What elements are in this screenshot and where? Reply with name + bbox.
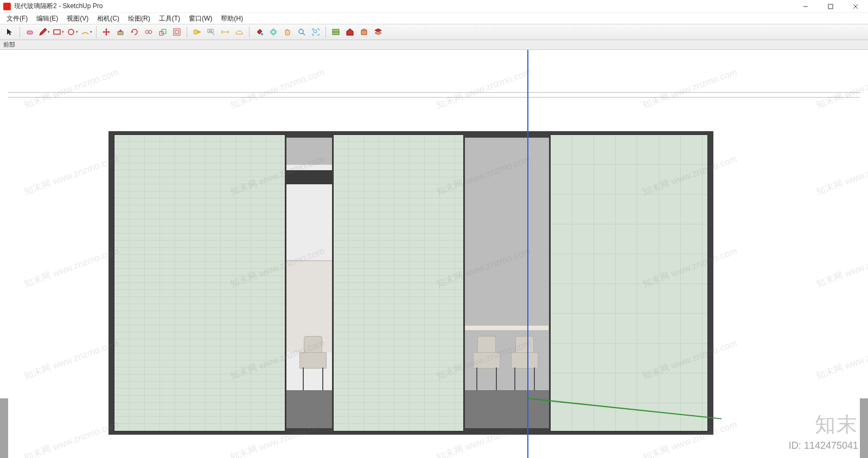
svg-marker-10	[119, 29, 122, 31]
extension-tool[interactable]	[358, 25, 371, 38]
arc-icon	[81, 28, 90, 36]
paint-bucket-tool[interactable]	[253, 25, 266, 38]
svg-rect-16	[174, 29, 180, 35]
pencil-icon	[39, 28, 47, 36]
close-button[interactable]	[843, 0, 868, 13]
eraser-tool[interactable]	[23, 25, 36, 38]
select-tool[interactable]	[3, 25, 16, 38]
protractor-tool[interactable]	[233, 25, 246, 38]
zoom-icon	[297, 28, 306, 36]
tape-tool[interactable]	[190, 25, 203, 38]
svg-marker-39	[375, 31, 381, 35]
svg-rect-7	[54, 30, 60, 34]
svg-rect-36	[361, 30, 367, 35]
follow-me-icon	[144, 28, 153, 36]
menu-edit[interactable]: 编辑(E)	[33, 13, 61, 24]
document-name: 现代玻璃隔断2	[14, 2, 57, 10]
svg-point-8	[68, 29, 74, 35]
arc-tool[interactable]: ▾	[80, 25, 93, 38]
zoom-extents-tool[interactable]	[309, 25, 322, 38]
axis-blue	[527, 50, 528, 458]
scene-tabs: 前部	[0, 40, 868, 50]
maximize-icon	[828, 4, 833, 9]
rotate-icon	[130, 28, 139, 36]
menu-draw[interactable]: 绘图(R)	[125, 13, 154, 24]
glass-panel-right	[549, 133, 709, 433]
maximize-button[interactable]	[818, 0, 843, 13]
svg-point-28	[270, 30, 277, 34]
menu-view[interactable]: 视图(V)	[63, 13, 92, 24]
interior-chair	[473, 336, 500, 390]
orbit-tool[interactable]	[267, 25, 280, 38]
rotate-tool[interactable]	[128, 25, 141, 38]
window-controls	[793, 0, 868, 13]
zoom-extents-icon	[311, 28, 320, 36]
scale-tool[interactable]	[156, 25, 169, 38]
layers-icon	[374, 28, 382, 36]
offset-tool[interactable]	[170, 25, 183, 38]
move-tool[interactable]	[100, 25, 113, 38]
scene-tab-front[interactable]: 前部	[3, 41, 15, 49]
svg-rect-17	[175, 30, 178, 34]
line-tool[interactable]: ▾	[37, 25, 50, 38]
svg-rect-9	[118, 31, 123, 35]
circle-tool[interactable]: ▾	[66, 25, 79, 38]
section-tool[interactable]	[329, 25, 342, 38]
svg-rect-1	[828, 4, 833, 9]
app-name: SketchUp Pro	[62, 2, 103, 10]
paint-bucket-icon	[255, 28, 264, 36]
dimension-icon	[221, 28, 229, 36]
svg-marker-4	[7, 29, 12, 35]
toolbar-separator	[20, 26, 20, 38]
menu-help[interactable]: 帮助(H)	[218, 13, 246, 24]
protractor-icon	[235, 28, 244, 36]
svg-marker-6	[40, 28, 47, 35]
toolbar-separator	[326, 26, 326, 38]
push-pull-tool[interactable]	[114, 25, 127, 38]
svg-point-12	[145, 30, 149, 34]
section-icon	[331, 28, 340, 36]
toolbar-separator	[249, 26, 250, 38]
interior-chair	[511, 336, 538, 390]
id-watermark: ID: 1142475041	[789, 440, 858, 451]
viewport[interactable]: 知末网 www.znzmo.com 知末网 www.znzmo.com 知末网 …	[0, 50, 868, 458]
interior-table	[457, 325, 549, 331]
dimension-tool[interactable]	[219, 25, 232, 38]
menu-tools[interactable]: 工具(T)	[156, 13, 183, 24]
offset-icon	[173, 28, 181, 36]
close-icon	[853, 4, 858, 9]
scale-icon	[158, 28, 167, 36]
door-opening	[108, 131, 713, 435]
menu-window[interactable]: 窗口(W)	[186, 13, 215, 24]
push-pull-icon	[116, 28, 125, 36]
warehouse-icon	[346, 28, 354, 36]
svg-line-31	[303, 33, 305, 35]
menu-camera[interactable]: 相机(C)	[94, 13, 123, 24]
rectangle-tool[interactable]: ▾	[52, 25, 65, 38]
box-icon	[360, 28, 368, 36]
titlebar: 现代玻璃隔断2 - SketchUp Pro	[0, 0, 868, 13]
interior-chair	[299, 336, 327, 390]
svg-point-29	[272, 29, 275, 35]
minimize-button[interactable]	[793, 0, 818, 13]
warehouse-tool[interactable]	[343, 25, 356, 38]
pan-tool[interactable]	[281, 25, 294, 38]
svg-point-30	[299, 29, 303, 34]
orbit-icon	[269, 28, 278, 36]
circle-icon	[67, 28, 75, 36]
window-title: 现代玻璃隔断2 - SketchUp Pro	[14, 2, 103, 11]
move-icon	[102, 28, 111, 36]
toolbar-separator	[187, 26, 187, 38]
svg-point-27	[261, 33, 263, 35]
text-tool[interactable]: A1	[205, 25, 218, 38]
svg-marker-37	[361, 29, 367, 30]
svg-rect-5	[27, 31, 33, 34]
eraser-icon	[25, 28, 34, 36]
hand-icon	[283, 28, 292, 36]
text-icon: A1	[207, 28, 215, 36]
menu-file[interactable]: 文件(F)	[3, 13, 31, 24]
layers-tool[interactable]	[372, 25, 385, 38]
zoom-tool[interactable]	[295, 25, 308, 38]
follow-me-tool[interactable]	[142, 25, 155, 38]
tape-icon	[193, 28, 201, 36]
